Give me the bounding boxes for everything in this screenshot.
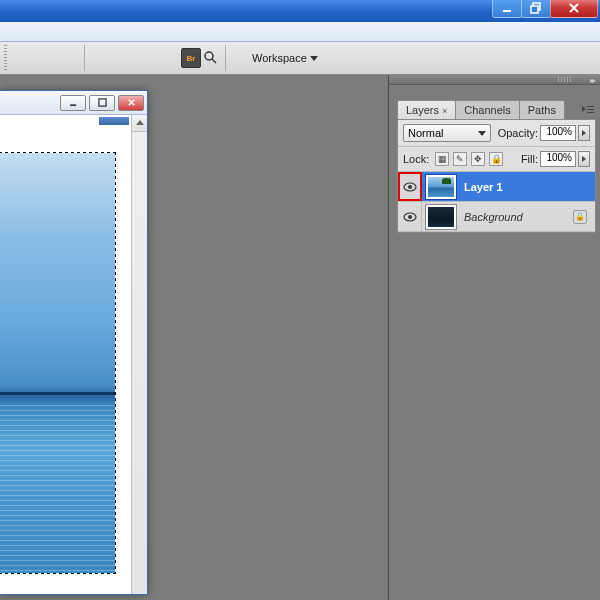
tab-label: Channels (464, 104, 510, 116)
collapse-chevs-icon[interactable]: ▸▸ (590, 76, 594, 85)
window-controls (493, 0, 598, 18)
canvas-image-water (0, 405, 115, 573)
tab-paths[interactable]: Paths (519, 100, 565, 119)
eye-icon (403, 212, 417, 222)
fill-input[interactable]: 100% (540, 151, 576, 167)
close-icon[interactable]: × (442, 106, 447, 116)
lock-label: Lock: (403, 153, 429, 165)
workspace-area: ▸▸ Layers× Channels Paths Normal Opacity… (0, 75, 600, 600)
tab-layers[interactable]: Layers× (397, 100, 456, 119)
chevron-right-icon (582, 106, 586, 112)
canvas-selection (0, 153, 115, 573)
fill-flyout-button[interactable] (578, 151, 590, 167)
workspace-label: Workspace (252, 52, 307, 64)
document-canvas[interactable] (0, 129, 131, 594)
bridge-icon[interactable]: Br (181, 48, 201, 68)
lock-transparency-button[interactable]: ▦ (435, 152, 449, 166)
menu-lines-icon (587, 106, 594, 113)
document-maximize-button[interactable] (89, 95, 115, 111)
scroll-up-icon (136, 120, 144, 125)
document-controls (60, 95, 144, 111)
workspace-dropdown[interactable]: Workspace (252, 52, 318, 64)
lock-pixels-button[interactable]: ✎ (453, 152, 467, 166)
opacity-flyout-button[interactable] (578, 125, 590, 141)
lock-buttons: ▦ ✎ ✥ 🔒 (435, 152, 503, 166)
document-scrollbar[interactable] (131, 115, 147, 594)
panels-header[interactable]: ▸▸ (389, 75, 600, 85)
lock-all-button[interactable]: 🔒 (489, 152, 503, 166)
chevron-down-icon (310, 56, 318, 61)
svg-point-10 (408, 215, 412, 219)
svg-point-8 (408, 185, 412, 189)
blend-opacity-row: Normal Opacity: 100% (398, 120, 595, 147)
options-bar: Br Workspace (0, 42, 600, 75)
layer-thumbnail[interactable] (426, 175, 456, 199)
layer-visibility-toggle[interactable] (398, 172, 422, 201)
lock-icon: 🔒 (573, 210, 587, 224)
document-titlebar[interactable] (0, 91, 147, 115)
layer-name[interactable]: Layer 1 (460, 181, 595, 193)
search-icon (203, 50, 219, 66)
document-sizebar (99, 117, 129, 125)
tab-label: Layers (406, 104, 439, 116)
document-window (0, 90, 148, 595)
svg-rect-2 (531, 6, 538, 13)
blend-mode-dropdown[interactable]: Normal (403, 124, 491, 142)
window-titlebar (0, 0, 600, 22)
separator (225, 45, 226, 71)
lock-position-button[interactable]: ✥ (471, 152, 485, 166)
layer-row[interactable]: Layer 1 (398, 172, 595, 202)
document-close-button[interactable] (118, 95, 144, 111)
lock-fill-row: Lock: ▦ ✎ ✥ 🔒 Fill: 100% (398, 147, 595, 172)
separator (84, 45, 85, 71)
window-minimize-button[interactable] (492, 0, 522, 18)
window-close-button[interactable] (550, 0, 598, 18)
svg-rect-6 (98, 99, 105, 106)
eye-icon (403, 182, 417, 192)
tab-channels[interactable]: Channels (455, 100, 519, 119)
menu-bar (0, 22, 600, 42)
fill-label: Fill: (521, 153, 538, 165)
layers-panel: Layers× Channels Paths Normal Opacity: 1… (397, 99, 596, 233)
svg-rect-5 (69, 104, 75, 106)
chevron-right-icon (582, 156, 586, 162)
layer-visibility-toggle[interactable] (398, 202, 422, 231)
opacity-label: Opacity: (498, 127, 538, 139)
chevron-down-icon (478, 131, 486, 136)
layer-row[interactable]: Background 🔒 (398, 202, 595, 232)
svg-rect-0 (503, 10, 511, 12)
opacity-input[interactable]: 100% (540, 125, 576, 141)
panels-column: ▸▸ Layers× Channels Paths Normal Opacity… (388, 75, 600, 600)
panel-menu-button[interactable] (582, 102, 596, 114)
window-restore-button[interactable] (521, 0, 551, 18)
document-minimize-button[interactable] (60, 95, 86, 111)
layer-thumbnail[interactable] (426, 205, 456, 229)
layer-name[interactable]: Background (460, 211, 573, 223)
tab-label: Paths (528, 104, 556, 116)
blend-mode-value: Normal (408, 127, 443, 139)
grip-icon (558, 77, 572, 82)
chevron-right-icon (582, 130, 586, 136)
layers-list: Layer 1 Background 🔒 (398, 172, 595, 232)
panel-body: Normal Opacity: 100% Lock: ▦ ✎ ✥ (397, 119, 596, 233)
svg-point-3 (205, 52, 213, 60)
panel-tabs: Layers× Channels Paths (397, 99, 596, 119)
svg-line-4 (212, 59, 216, 63)
